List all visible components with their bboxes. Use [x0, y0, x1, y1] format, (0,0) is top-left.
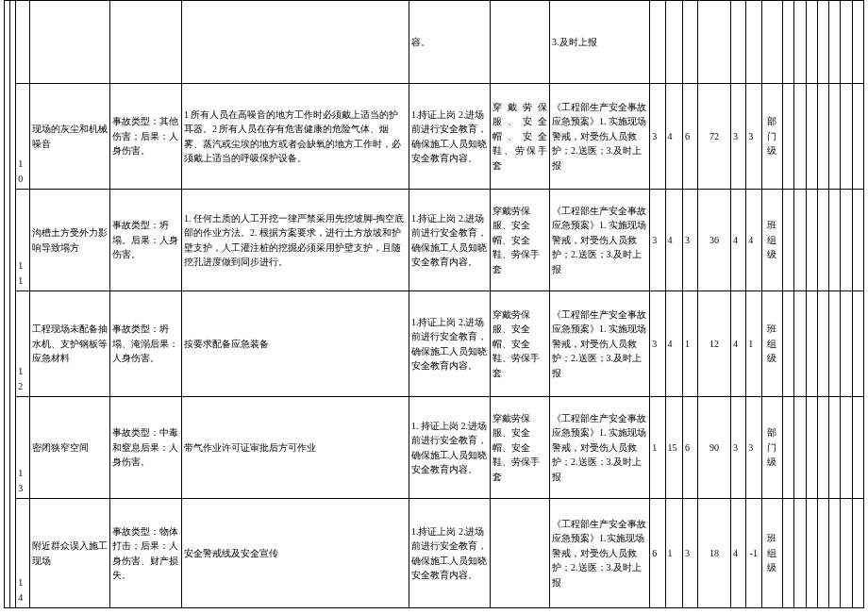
n4-cell: 12	[698, 291, 731, 397]
n2-cell: 15	[665, 397, 682, 499]
n6-cell: 4	[746, 190, 761, 291]
ppe-cell: 穿戴劳保服、安全帽、安全鞋、劳保手套	[490, 190, 549, 291]
tail-cell	[817, 397, 828, 499]
measure-cell: 安全警戒线及安全宣传	[181, 499, 409, 608]
measure-cell: 1. 任何土质的人工开挖一律严禁采用先挖坡脚-掏空底部的作业方法。2. 根据方案…	[181, 190, 409, 291]
row-index: 14	[16, 499, 29, 608]
n5-cell: 4	[730, 291, 745, 397]
tail-cell	[806, 499, 817, 608]
train-cell: 容。	[409, 1, 490, 84]
tail-cell	[783, 190, 794, 291]
tail-cell	[852, 1, 863, 84]
train-cell: 1.持证上岗 2.进场前进行安全教育，确保施工人员知晓安全教育内容。	[409, 499, 490, 608]
row-index	[16, 1, 29, 84]
row-index: 11	[16, 190, 29, 291]
tail-cell	[794, 1, 806, 84]
tail-cell	[817, 291, 828, 397]
table-row: 10 现场的灰尘和机械噪音 事故类型：其他伤害；后果：人身伤害。 1 所有人员在…	[5, 84, 864, 190]
work-cell: 附近群众误入施工现场	[29, 499, 110, 608]
type-cell: 事故类型：坍塌、淹溺后果：人身伤害。	[110, 291, 182, 397]
n5-cell: 3	[730, 84, 745, 190]
table-body: 容。 3.及时上报 10 现场的灰尘和机械噪音 事故类型：其他伤害；后果：人身伤…	[5, 1, 864, 608]
tail-cell	[806, 84, 817, 190]
n3-cell	[682, 1, 697, 84]
measure-cell	[181, 1, 409, 84]
plan-cell: 《工程部生产安全事故应急预案》1. 实施现场警戒，对受伤人员救护；2.送医；3.…	[550, 84, 650, 190]
measure-cell: 带气作业许可证审批后方可作业	[181, 397, 409, 499]
n3-cell: 3	[682, 499, 697, 608]
tail-cell	[852, 397, 863, 499]
n2-cell: 1	[665, 499, 682, 608]
tail-cell	[806, 397, 817, 499]
tail-cell	[852, 190, 863, 291]
tail-cell	[852, 84, 863, 190]
work-cell	[29, 1, 110, 84]
n4-cell: 36	[698, 190, 731, 291]
tail-cell	[841, 1, 852, 84]
tail-cell	[829, 1, 841, 84]
type-cell: 事故类型：中毒和窒息后果：人身伤害。	[110, 397, 182, 499]
table-row: 14 附近群众误入施工现场 事故类型：物体打击；后果：人身伤害、财产损失。 安全…	[5, 499, 864, 608]
n4-cell	[698, 1, 731, 84]
ppe-cell: 穿戴劳保服、安全帽、安全鞋、劳保手套	[490, 84, 549, 190]
n5-cell: 4	[730, 499, 745, 608]
n4-cell: 72	[698, 84, 731, 190]
n5-cell	[730, 1, 745, 84]
n5-cell: 4	[730, 190, 745, 291]
tail-cell	[783, 397, 794, 499]
n1-cell	[650, 1, 665, 84]
n1-cell: 3	[650, 291, 665, 397]
table-row: 容。 3.及时上报	[5, 1, 864, 84]
n2-cell: 4	[665, 291, 682, 397]
tail-cell	[829, 190, 841, 291]
table-row: 13 密闭狭窄空间 事故类型：中毒和窒息后果：人身伤害。 带气作业许可证审批后方…	[5, 397, 864, 499]
level-cell: 部门级	[761, 84, 782, 190]
ppe-cell	[490, 1, 549, 84]
ppe-cell: 穿戴劳保服、安全帽、安全鞋、劳保手套	[490, 291, 549, 397]
n6-cell: 3	[746, 84, 761, 190]
n2-cell: 4	[665, 84, 682, 190]
n1-cell: 3	[650, 84, 665, 190]
table-row: 11 沟槽土方受外力影响导致塌方 事故类型：坍塌。后果：人身伤害。 1. 任何土…	[5, 190, 864, 291]
train-cell: 1.持证上岗 2.进场前进行安全教育，确保施工人员知晓安全教育内容。	[409, 84, 490, 190]
n4-cell: 90	[698, 397, 731, 499]
work-cell: 密闭狭窄空间	[29, 397, 110, 499]
tail-cell	[783, 499, 794, 608]
measure-cell: 1 所有人员在高噪音的地方工作时必须戴上适当的护耳器。2 所有人员在存有危害健康…	[181, 84, 409, 190]
plan-cell: 《工程部生产安全事故应急预案》1. 实施现场警戒，对受伤人员救护；2.送医；3.…	[550, 291, 650, 397]
tail-cell	[806, 291, 817, 397]
n6-cell	[746, 1, 761, 84]
n1-cell: 6	[650, 499, 665, 608]
tail-cell	[829, 84, 841, 190]
tail-cell	[794, 190, 806, 291]
row-index: 12	[16, 291, 29, 397]
tail-cell	[794, 397, 806, 499]
tail-cell	[817, 1, 828, 84]
n3-cell: 1	[682, 291, 697, 397]
tail-cell	[841, 190, 852, 291]
ppe-cell	[490, 499, 549, 608]
tail-cell	[829, 499, 841, 608]
plan-cell: 3.及时上报	[550, 1, 650, 84]
plan-cell: 《工程部生产安全事故应急预案》1.实施现场警戒，对受伤人员救护；2.送医；3.及…	[550, 499, 650, 608]
work-cell: 现场的灰尘和机械噪音	[29, 84, 110, 190]
table-row: 12 工程现场未配备抽水机、支护钢板等应急材料 事故类型：坍塌、淹溺后果：人身伤…	[5, 291, 864, 397]
tail-cell	[829, 397, 841, 499]
n4-cell: 18	[698, 499, 731, 608]
n3-cell: 3	[682, 190, 697, 291]
type-cell: 事故类型：坍塌。后果：人身伤害。	[110, 190, 182, 291]
tail-cell	[794, 84, 806, 190]
tail-cell	[841, 397, 852, 499]
row-index: 10	[16, 84, 29, 190]
tail-cell	[817, 84, 828, 190]
tail-cell	[829, 291, 841, 397]
tail-cell	[806, 190, 817, 291]
n5-cell: 3	[730, 397, 745, 499]
tail-cell	[841, 291, 852, 397]
level-cell: 班组级	[761, 291, 782, 397]
risk-table: 容。 3.及时上报 10 现场的灰尘和机械噪音 事故类型：其他伤害；后果：人身伤…	[4, 0, 864, 608]
train-cell: 1. 持证上岗 2.进场前进行安全教育，确保施工人员知晓安全教育内容。	[409, 397, 490, 499]
level-cell: 部门级	[761, 397, 782, 499]
train-cell: 1.持证上岗 2.进场前进行安全教育，确保施工人员知晓安全教育内容。	[409, 291, 490, 397]
n2-cell: 4	[665, 190, 682, 291]
